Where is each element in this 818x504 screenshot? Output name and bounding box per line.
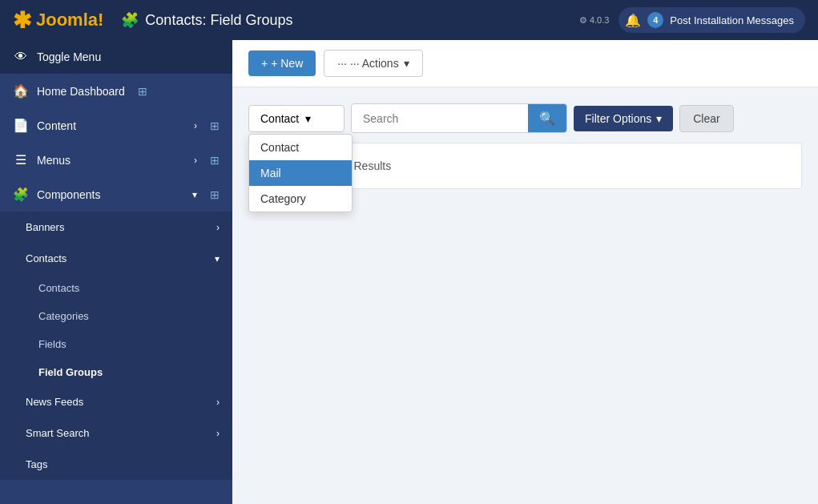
new-label: + New	[271, 57, 303, 70]
toggle-icon: 👁	[13, 50, 29, 64]
dropdown-selected-label: Contact	[260, 112, 299, 125]
page-title-area: 🧩 Contacts: Field Groups	[121, 11, 569, 29]
joomla-logo-icon: ✱	[13, 7, 31, 34]
content-icon: 📄	[13, 118, 29, 133]
page-title: Contacts: Field Groups	[145, 12, 292, 29]
clear-button[interactable]: Clear	[679, 105, 733, 132]
field-groups-link-label: Field Groups	[38, 366, 103, 378]
sidebar-subitem-contacts[interactable]: Contacts	[0, 274, 232, 302]
home-icon: 🏠	[13, 83, 29, 99]
content-label: Content	[37, 119, 76, 132]
components-grid-icon: ⊞	[210, 188, 220, 201]
content-chevron: ›	[194, 120, 197, 131]
smart-search-label: Smart Search	[26, 427, 89, 439]
component-dropdown-menu: Contact Mail Category	[248, 134, 353, 212]
components-submenu: Banners › Contacts ▾ Contacts Categories…	[0, 212, 232, 480]
notification-count: 4	[647, 12, 663, 28]
filter-options-button[interactable]: Filter Options ▾	[574, 106, 673, 131]
menus-icon: ☰	[13, 152, 29, 167]
actions-ellipsis-icon: ···	[337, 57, 347, 70]
contacts-label: Contacts	[26, 252, 66, 264]
new-plus-icon: +	[261, 57, 268, 70]
component-dropdown-button[interactable]: Contact ▾	[248, 105, 345, 132]
sidebar-item-menus[interactable]: ☰ Menus › ⊞	[0, 143, 232, 177]
components-chevron: ▾	[192, 189, 197, 200]
actions-button[interactable]: ··· ··· Actions ▾	[324, 50, 422, 77]
smart-search-chevron: ›	[216, 428, 220, 439]
search-button[interactable]: 🔍	[528, 104, 566, 132]
search-wrapper: 🔍	[351, 103, 567, 133]
notification-label: Post Installation Messages	[670, 14, 794, 26]
sidebar-item-news-feeds[interactable]: News Feeds ›	[0, 386, 232, 417]
sidebar-item-smart-search[interactable]: Smart Search ›	[0, 417, 232, 449]
main-content-area: + + New ··· ··· Actions ▾ Contact ▾	[232, 40, 818, 504]
menus-chevron: ›	[194, 155, 197, 166]
dropdown-option-category[interactable]: Category	[249, 186, 352, 212]
filter-options-label: Filter Options	[585, 112, 651, 125]
sidebar: 👁 Toggle Menu 🏠 Home Dashboard ⊞ 📄 Conte…	[0, 40, 232, 504]
tags-label: Tags	[26, 458, 47, 470]
dropdown-option-contact[interactable]: Contact	[249, 135, 352, 160]
components-label: Components	[37, 188, 100, 201]
version-badge: ⚙ 4.0.3	[579, 15, 610, 26]
fields-link-label: Fields	[38, 338, 66, 350]
actions-chevron-icon: ▾	[404, 57, 409, 70]
new-button[interactable]: + + New	[248, 50, 316, 76]
news-feeds-chevron: ›	[216, 397, 220, 408]
dropdown-chevron-icon: ▾	[305, 112, 311, 125]
sidebar-subitem-field-groups[interactable]: Field Groups	[0, 358, 232, 386]
filter-options-chevron-icon: ▾	[656, 112, 662, 125]
logo: ✱ Joomla!	[13, 7, 103, 34]
content-grid-icon: ⊞	[210, 119, 220, 132]
sidebar-subitem-fields[interactable]: Fields	[0, 330, 232, 358]
banners-label: Banners	[26, 221, 64, 233]
home-dashboard-label: Home Dashboard	[37, 85, 125, 98]
categories-link-label: Categories	[38, 310, 89, 322]
components-icon: 🧩	[13, 187, 29, 202]
contacts-link-label: Contacts	[38, 282, 79, 294]
sidebar-item-components[interactable]: 🧩 Components ▾ ⊞	[0, 177, 232, 212]
topbar-right: ⚙ 4.0.3 🔔 4 Post Installation Messages	[579, 7, 805, 33]
toggle-label: Toggle Menu	[37, 50, 101, 63]
contacts-chevron: ▾	[215, 253, 220, 264]
sidebar-subitem-categories[interactable]: Categories	[0, 302, 232, 330]
sidebar-item-home-dashboard[interactable]: 🏠 Home Dashboard ⊞	[0, 74, 232, 108]
main-content: Contact ▾ Contact Mail Category	[232, 87, 818, 205]
bell-icon: 🔔	[625, 13, 641, 28]
topbar: ✱ Joomla! 🧩 Contacts: Field Groups ⚙ 4.0…	[0, 0, 818, 40]
notification-button[interactable]: 🔔 4 Post Installation Messages	[619, 7, 805, 33]
sidebar-item-banners[interactable]: Banners ›	[0, 212, 232, 243]
menus-grid-icon: ⊞	[210, 154, 220, 167]
sidebar-item-toggle[interactable]: 👁 Toggle Menu	[0, 40, 232, 74]
clear-label: Clear	[693, 112, 719, 125]
home-grid-icon: ⊞	[138, 85, 147, 98]
sidebar-item-contacts[interactable]: Contacts ▾	[0, 243, 232, 274]
dropdown-option-mail[interactable]: Mail	[249, 160, 352, 186]
actions-label: ··· Actions	[350, 57, 399, 70]
page-icon: 🧩	[121, 11, 139, 29]
news-feeds-label: News Feeds	[26, 396, 83, 408]
sidebar-item-content[interactable]: 📄 Content › ⊞	[0, 108, 232, 143]
contacts-submenu: Contacts Categories Fields Field Groups	[0, 274, 232, 386]
component-dropdown-wrapper: Contact ▾ Contact Mail Category	[248, 105, 345, 132]
filter-bar: Contact ▾ Contact Mail Category	[248, 103, 802, 133]
banners-chevron: ›	[216, 222, 220, 233]
logo-text: Joomla!	[36, 10, 103, 30]
menus-label: Menus	[37, 154, 71, 167]
sidebar-item-tags[interactable]: Tags	[0, 449, 232, 480]
search-input[interactable]	[352, 106, 528, 131]
layout: 👁 Toggle Menu 🏠 Home Dashboard ⊞ 📄 Conte…	[0, 40, 818, 504]
toolbar: + + New ··· ··· Actions ▾	[232, 40, 818, 87]
search-icon: 🔍	[539, 111, 555, 125]
